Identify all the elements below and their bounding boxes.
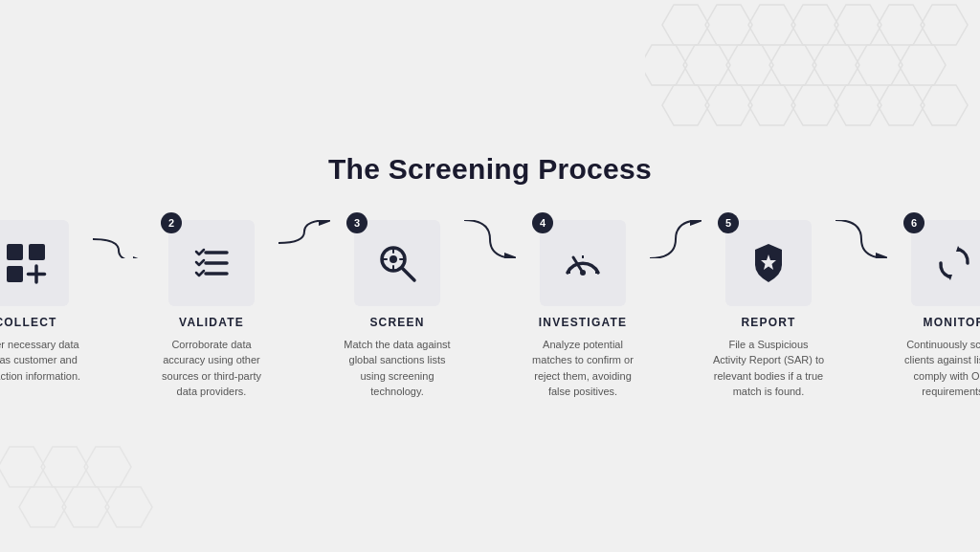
svg-marker-18 [835,85,881,125]
screen-icon [374,240,420,286]
svg-rect-27 [7,244,23,260]
step-number-6: 6 [903,212,924,233]
validate-icon-box [168,220,255,306]
monitor-icon-box [911,220,980,306]
svg-point-36 [390,255,397,263]
svg-marker-14 [662,85,709,125]
svg-rect-29 [7,266,23,282]
collect-label: COLLECT [0,316,57,329]
validate-icon [189,240,234,286]
monitor-label: MONITOR [924,316,980,329]
svg-line-37 [402,268,414,280]
monitor-desc: Continuously screen clients against list… [897,337,980,400]
arrow-5-6 [835,220,887,258]
svg-marker-6 [921,5,968,45]
svg-marker-21 [0,447,45,487]
svg-marker-0 [662,5,709,45]
report-icon [746,240,791,286]
step-screen: 3 SCREEN Match the data against global s… [330,220,464,400]
step-number-4: 4 [532,212,553,233]
svg-marker-17 [791,85,838,125]
svg-point-43 [580,270,586,276]
step-collect: 1 COLLECT Gather necessary data such as … [0,220,93,385]
collect-desc: Gather necessary data such as customer a… [0,337,83,385]
svg-marker-11 [813,45,859,85]
collect-icon [3,240,49,286]
monitor-icon [931,240,977,286]
svg-marker-13 [899,45,946,85]
svg-marker-10 [769,45,816,85]
report-desc: File a Suspicious Activity Report (SAR) … [711,337,826,400]
svg-marker-20 [921,85,968,125]
process-flow: 1 COLLECT Gather necessary data such as … [0,220,980,400]
arrow-4-5 [650,220,702,258]
investigate-label: INVESTIGATE [539,316,627,329]
svg-marker-2 [748,5,795,45]
svg-marker-7 [645,45,687,85]
svg-marker-15 [705,85,752,125]
investigate-icon [560,240,606,286]
investigate-icon-box [540,220,626,306]
arrow-3-4 [464,220,516,258]
step-number-5: 5 [718,212,739,233]
report-icon-box [725,220,812,306]
svg-marker-19 [878,85,924,125]
svg-marker-1 [705,5,752,45]
svg-marker-12 [856,45,902,85]
validate-desc: Corroborate data accuracy using other so… [154,337,269,400]
step-number-3: 3 [346,212,368,233]
collect-icon-box [0,220,69,306]
svg-marker-24 [19,487,66,527]
step-number-2: 2 [161,212,182,233]
svg-marker-23 [84,447,131,487]
svg-marker-22 [41,447,88,487]
arrow-1-2 [93,220,145,258]
page-title: The Screening Process [328,153,652,186]
svg-marker-25 [62,487,109,527]
svg-marker-8 [683,45,730,85]
svg-marker-26 [105,487,152,527]
investigate-desc: Analyze potential matches to confirm or … [525,337,640,400]
step-monitor: 6 MONITOR Continuously screen clients ag… [887,220,980,400]
arrow-2-3 [278,220,330,258]
report-label: REPORT [741,316,795,329]
step-report: 5 REPORT File a Suspicious Activity Repo… [702,220,835,400]
svg-marker-16 [748,85,795,125]
screen-label: SCREEN [369,316,424,329]
screen-desc: Match the data against global sanctions … [340,337,455,400]
svg-rect-28 [29,244,45,260]
svg-marker-4 [835,5,881,45]
svg-marker-9 [726,45,773,85]
step-investigate: 4 INVESTIGATE Analyze potential matches … [516,220,650,400]
svg-marker-3 [791,5,838,45]
validate-label: VALIDATE [179,316,244,329]
svg-marker-5 [878,5,924,45]
screen-icon-box [354,220,440,306]
step-validate: 2 VALIDATE Corroborate data accuracy usi… [145,220,278,400]
